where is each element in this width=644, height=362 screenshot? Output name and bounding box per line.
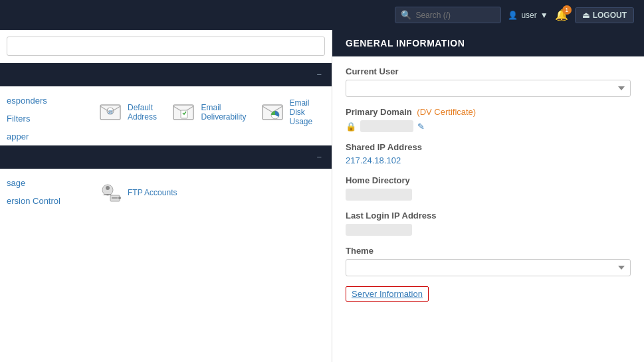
email-disk-usage-label: Email Disk Usage bbox=[290, 98, 320, 126]
logout-icon: ⏏ bbox=[582, 11, 590, 20]
email-disk-usage-item[interactable]: Email Disk Usage bbox=[255, 93, 325, 132]
files-nav-labels: sage ersion Control bbox=[0, 169, 86, 217]
last-login-value bbox=[346, 224, 412, 236]
shared-ip-section: Shared IP Address 217.24.18.102 bbox=[346, 142, 631, 165]
primary-domain-section: Primary Domain (DV Certificate) 🔒 ✎ bbox=[346, 107, 631, 132]
username-label: user bbox=[521, 11, 536, 20]
home-dir-label: Home Directory bbox=[346, 175, 631, 185]
general-info-header: GENERAL INFORMATION bbox=[332, 30, 644, 56]
cpanel-search-input[interactable] bbox=[7, 37, 325, 56]
shared-ip-label: Shared IP Address bbox=[346, 142, 631, 152]
domain-row: 🔒 ✎ bbox=[346, 120, 631, 132]
shared-ip-value[interactable]: 217.24.18.102 bbox=[346, 155, 631, 165]
ftp-accounts-label: FTP Accounts bbox=[128, 188, 177, 197]
default-address-item[interactable]: @ Default Address bbox=[93, 93, 163, 132]
right-panel: GENERAL INFORMATION Current User Primary… bbox=[332, 30, 644, 362]
svg-point-8 bbox=[106, 186, 110, 190]
current-user-section: Current User bbox=[346, 66, 631, 97]
email-deliverability-label: Email Deliverability bbox=[201, 103, 246, 122]
nav-user: 👤 user ▼ bbox=[508, 11, 548, 20]
default-address-label: Default Address bbox=[128, 103, 158, 122]
ftp-item-container: FTP Accounts bbox=[86, 169, 332, 217]
email-deliverability-item[interactable]: Email Deliverability bbox=[166, 93, 251, 132]
chevron-down-icon: ▼ bbox=[540, 11, 548, 20]
search-icon: 🔍 bbox=[401, 10, 411, 20]
ftp-accounts-icon bbox=[98, 181, 122, 205]
search-box[interactable]: 🔍 bbox=[395, 7, 501, 23]
collapse-email-icon[interactable]: − bbox=[316, 70, 322, 80]
lock-icon: 🔒 bbox=[346, 122, 356, 132]
edit-domain-icon[interactable]: ✎ bbox=[417, 122, 425, 132]
navbar: 🔍 👤 user ▼ 🔔 1 ⏏ LOGOUT bbox=[0, 0, 644, 30]
current-user-select[interactable] bbox=[346, 80, 631, 97]
current-user-label: Current User bbox=[346, 66, 631, 76]
email-section-header: − bbox=[0, 63, 332, 86]
svg-text:@: @ bbox=[108, 109, 113, 115]
theme-select[interactable] bbox=[346, 259, 631, 276]
left-nav-labels: esponders Filters apper bbox=[0, 86, 86, 145]
default-address-icon: @ bbox=[98, 100, 122, 124]
cpanel-search-area bbox=[0, 30, 332, 63]
files-icon-grid: FTP Accounts bbox=[86, 169, 332, 217]
email-section-body: esponders Filters apper bbox=[0, 86, 332, 145]
logout-button[interactable]: ⏏ LOGOUT bbox=[575, 7, 634, 23]
email-icon-grid: @ Default Address bbox=[86, 86, 332, 145]
theme-section: Theme bbox=[346, 246, 631, 276]
server-information-link[interactable]: Server Information bbox=[346, 286, 429, 302]
logout-label: LOGOUT bbox=[593, 11, 627, 20]
bell-badge: 1 bbox=[562, 5, 572, 15]
files-section-header: − bbox=[0, 145, 332, 169]
server-info-section: Server Information bbox=[346, 286, 631, 302]
search-input[interactable] bbox=[415, 11, 495, 20]
home-dir-value bbox=[346, 189, 412, 201]
general-info-content: Current User Primary Domain (DV Certific… bbox=[332, 56, 644, 321]
ftp-accounts-item[interactable]: FTP Accounts bbox=[93, 175, 325, 210]
user-icon: 👤 bbox=[508, 11, 518, 20]
main-layout: − esponders Filters apper bbox=[0, 30, 644, 362]
last-login-section: Last Login IP Address bbox=[346, 211, 631, 236]
nav-item-apper[interactable]: apper bbox=[0, 128, 86, 145]
notification-bell[interactable]: 🔔 1 bbox=[555, 9, 568, 21]
home-dir-section: Home Directory bbox=[346, 175, 631, 201]
files-section-body: sage ersion Control bbox=[0, 169, 332, 217]
nav-item-filters[interactable]: Filters bbox=[0, 110, 86, 128]
files-section-title bbox=[10, 152, 13, 162]
email-deliverability-icon bbox=[171, 100, 195, 124]
dv-cert-label: (DV Certificate) bbox=[417, 107, 476, 117]
domain-value bbox=[360, 120, 413, 132]
email-section-title bbox=[10, 70, 13, 80]
last-login-label: Last Login IP Address bbox=[346, 211, 631, 221]
theme-label: Theme bbox=[346, 246, 631, 256]
email-icons: @ Default Address bbox=[86, 86, 332, 138]
svg-point-10 bbox=[118, 197, 121, 199]
left-panel: − esponders Filters apper bbox=[0, 30, 332, 362]
email-disk-usage-icon bbox=[261, 100, 284, 124]
nav-item-version-control[interactable]: ersion Control bbox=[0, 192, 86, 210]
primary-domain-label: Primary Domain (DV Certificate) bbox=[346, 107, 631, 117]
nav-item-sage[interactable]: sage bbox=[0, 174, 86, 192]
collapse-files-icon[interactable]: − bbox=[316, 152, 322, 162]
nav-item-autoresponders[interactable]: esponders bbox=[0, 92, 86, 110]
